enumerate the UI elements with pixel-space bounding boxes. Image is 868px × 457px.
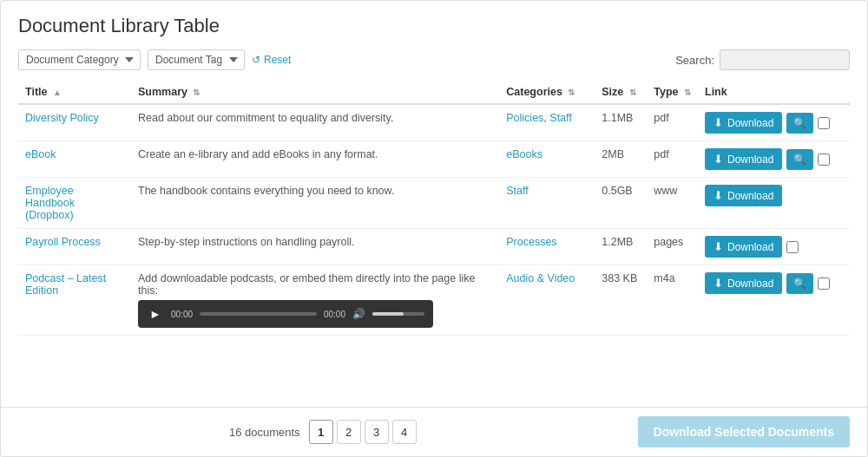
download-button[interactable]: ⬇ Download — [705, 148, 782, 170]
progress-bar[interactable] — [200, 312, 317, 316]
tag-filter[interactable]: Document Tag — [148, 49, 245, 70]
magnifier-icon: 🔍 — [793, 153, 806, 166]
download-button[interactable]: ⬇ Download — [705, 112, 782, 134]
download-selected-button[interactable]: Download Selected Documents — [638, 416, 850, 447]
magnifier-icon: 🔍 — [793, 117, 806, 129]
sort-icon-summary[interactable]: ⇅ — [193, 88, 200, 97]
doc-link-actions: ⬇ Download — [698, 178, 850, 229]
doc-title-link[interactable]: Diversity Policy — [25, 112, 99, 124]
page-btn-1[interactable]: 1 — [309, 420, 333, 444]
table-row: Podcast – Latest EditionAdd downloadable… — [18, 265, 850, 336]
download-icon: ⬇ — [713, 153, 723, 166]
doc-categories: Audio & Video — [499, 265, 595, 336]
col-header-link: Link — [698, 81, 850, 104]
col-header-size: Size ⇅ — [595, 81, 647, 104]
category-filter[interactable]: Document Category — [18, 49, 141, 70]
sort-icon-title[interactable]: ▲ — [53, 88, 62, 97]
search-label: Search: — [675, 54, 714, 67]
footer: 16 documents 1 2 3 4 Download Selected D… — [1, 407, 867, 456]
doc-link-actions: ⬇ Download🔍 — [698, 265, 850, 336]
category-link[interactable]: eBooks — [506, 148, 542, 160]
document-library-page: Document Library Table Document Category… — [0, 0, 868, 457]
documents-table: Title ▲ Summary ⇅ Categories ⇅ Size ⇅ Ty… — [18, 81, 850, 336]
doc-type: m4a — [647, 265, 698, 336]
play-button[interactable]: ► — [147, 305, 164, 323]
download-button[interactable]: ⬇ Download — [705, 272, 782, 294]
sort-icon-size[interactable]: ⇅ — [629, 88, 636, 97]
reset-icon: ↺ — [252, 54, 260, 66]
volume-bar[interactable] — [372, 312, 424, 316]
pagination: 1 2 3 4 — [309, 420, 417, 444]
main-content: Document Library Table Document Category… — [1, 1, 867, 407]
category-link[interactable]: Staff — [549, 112, 571, 124]
search-input[interactable] — [720, 49, 850, 70]
category-link[interactable]: Staff — [506, 185, 528, 197]
doc-type: pdf — [647, 141, 698, 178]
select-checkbox[interactable] — [818, 153, 830, 166]
doc-size: 1.1MB — [595, 104, 647, 141]
table-row: Employee Handbook (Dropbox)The handbook … — [18, 178, 850, 229]
volume-fill — [372, 312, 404, 316]
link-actions-group: ⬇ Download🔍 — [705, 272, 843, 294]
category-link[interactable]: Processes — [506, 236, 556, 248]
doc-title-link[interactable]: Payroll Process — [25, 236, 101, 248]
doc-categories: eBooks — [499, 141, 595, 178]
current-time: 00:00 — [171, 310, 193, 319]
download-button[interactable]: ⬇ Download — [705, 236, 782, 258]
doc-summary: Add downloadable podcasts, or embed them… — [131, 265, 499, 336]
doc-summary: Step-by-step instructions on handling pa… — [131, 229, 499, 265]
page-btn-4[interactable]: 4 — [392, 420, 417, 444]
doc-size: 2MB — [595, 141, 647, 178]
sort-icon-type[interactable]: ⇅ — [684, 88, 691, 97]
download-icon: ⬇ — [713, 240, 723, 253]
footer-center: 16 documents 1 2 3 4 — [18, 420, 628, 444]
col-header-title: Title ▲ — [18, 81, 131, 104]
download-icon: ⬇ — [713, 277, 723, 290]
doc-count: 16 documents — [229, 426, 300, 439]
page-title: Document Library Table — [18, 15, 850, 37]
doc-categories: Staff — [499, 178, 595, 229]
doc-categories: Processes — [499, 229, 595, 265]
doc-title-link[interactable]: Podcast – Latest Edition — [25, 272, 106, 297]
doc-categories: Policies, Staff — [499, 104, 595, 141]
search-button[interactable]: 🔍 — [786, 149, 813, 170]
doc-type: www — [647, 178, 698, 229]
page-btn-3[interactable]: 3 — [365, 420, 389, 444]
toolbar-left: Document Category Document Tag ↺ Reset — [18, 49, 668, 70]
select-checkbox[interactable] — [818, 277, 830, 290]
total-time: 00:00 — [324, 310, 345, 319]
doc-link-actions: ⬇ Download — [698, 229, 850, 265]
link-actions-group: ⬇ Download🔍 — [705, 148, 843, 170]
audio-player: ► 00:00 00:00 🔊 — [138, 300, 433, 328]
col-header-summary: Summary ⇅ — [131, 81, 499, 104]
link-actions-group: ⬇ Download — [705, 185, 843, 206]
download-button[interactable]: ⬇ Download — [705, 185, 782, 206]
doc-title-link[interactable]: Employee Handbook (Dropbox) — [25, 185, 75, 221]
category-link[interactable]: Policies — [506, 112, 543, 124]
table-row: Diversity PolicyRead about our commitmen… — [18, 104, 850, 141]
table-row: eBookCreate an e-library and add eBooks … — [18, 141, 850, 178]
table-header: Title ▲ Summary ⇅ Categories ⇅ Size ⇅ Ty… — [18, 81, 850, 104]
volume-icon: 🔊 — [352, 308, 365, 320]
doc-size: 0.5GB — [595, 178, 647, 229]
doc-title-link[interactable]: eBook — [25, 148, 56, 160]
search-button[interactable]: 🔍 — [786, 273, 813, 294]
search-button[interactable]: 🔍 — [786, 113, 813, 134]
download-icon: ⬇ — [713, 116, 723, 129]
table-body: Diversity PolicyRead about our commitmen… — [18, 104, 850, 336]
magnifier-icon: 🔍 — [793, 277, 806, 290]
select-checkbox[interactable] — [786, 241, 799, 253]
toolbar-right: Search: — [675, 49, 850, 70]
page-btn-2[interactable]: 2 — [337, 420, 361, 444]
category-link[interactable]: Audio & Video — [506, 272, 575, 284]
select-checkbox[interactable] — [818, 117, 830, 129]
doc-link-actions: ⬇ Download🔍 — [698, 141, 850, 178]
col-header-type: Type ⇅ — [647, 81, 698, 104]
doc-type: pdf — [647, 104, 698, 141]
reset-button[interactable]: ↺ Reset — [252, 54, 291, 66]
doc-size: 1.2MB — [595, 229, 647, 265]
sort-icon-categories[interactable]: ⇅ — [568, 88, 575, 97]
doc-size: 383 KB — [595, 265, 647, 336]
doc-summary: The handbook contains everything you nee… — [131, 178, 499, 229]
table-row: Payroll ProcessStep-by-step instructions… — [18, 229, 850, 265]
